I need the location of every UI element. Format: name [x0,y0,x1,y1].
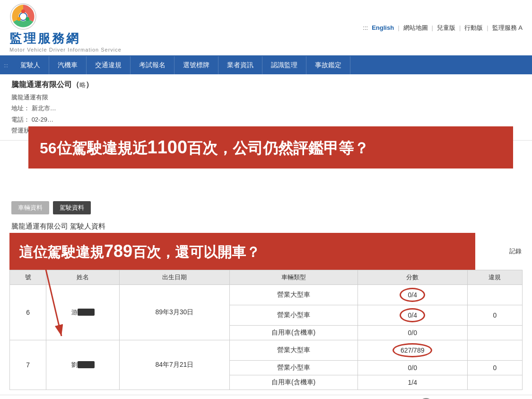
logo-subtitle: Motor Vehicle Driver Information Service [9,47,122,53]
row7-score-3: 1/4 [358,375,467,390]
col-score-header: 分數 [358,270,467,284]
nav-dots-icon: ::: [4,62,8,68]
logo-text-area: 監理服務網 Motor Vehicle Driver Information S… [9,30,122,53]
nav-bar: ::: 駕駛人 汽機車 交通違規 考試報名 選號標牌 業者資訊 認識監理 事故鑑… [0,56,532,74]
row6-score2-circle: 0/4 [400,308,425,322]
table-row: 6 游 89年3月30日 營業大型車 0/4 [10,284,523,305]
row7-birthdate: 84年7月21日 [120,340,229,390]
mobile-link[interactable]: 行動版 [464,24,483,32]
red-banner-1: 56位駕駛違規近1100百次，公司仍然評鑑甲等？ [28,126,513,168]
nav-item-plate[interactable]: 選號標牌 [174,56,218,74]
row6-violations-2: 0 [467,305,522,325]
row6-vtype-3: 自用車(含機車) [229,325,358,340]
row6-score1-circle: 0/4 [400,288,425,302]
row6-vtype-2: 營業小型車 [229,305,358,325]
row7-violations-3 [467,375,522,390]
row6-name: 游 [46,284,120,340]
row7-violations-1 [467,340,522,360]
banner1-text-after: 百次，公司仍然評鑑甲等？ [187,140,369,157]
english-link[interactable]: English [372,24,394,31]
sep1: | [398,24,399,31]
main-content: 騰龍通運有限公司（略） 騰龍通運有限 地址： 新北市… 電話： 02-29… 營… [0,74,532,399]
address-label: 地址： [11,105,30,112]
row6-vtype-1: 營業大型車 [229,284,358,305]
row7-vtype-1: 營業大型車 [229,340,358,360]
sitemap-link[interactable]: 網站地圖 [403,24,428,32]
buttons-row: 車輛資料 駕駛資料 [0,197,532,218]
row6-birthdate: 89年3月30日 [120,284,229,340]
address-value: 新北市 [32,105,50,112]
row7-score1-circle: 627/789 [392,343,433,357]
kids-link[interactable]: 兒童版 [437,24,455,32]
company-full-name: 騰龍通運有限 [11,94,48,101]
nav-item-business[interactable]: 業者資訊 [218,56,262,74]
banner2-number: 789 [104,241,132,261]
phone-value: 02-29 [32,116,47,123]
col-birth-header: 出生日期 [120,270,229,284]
logo-icon [9,3,37,30]
col-num-header: 號 [10,270,46,284]
banner2-text-before: 這位駕駛違規 [19,244,104,260]
vehicle-data-button[interactable]: 車輛資料 [11,201,49,214]
row6-violations-3 [467,325,522,340]
logo-title: 監理服務網 [9,30,122,47]
row7-violations-2: 0 [467,360,522,375]
banner1-text-before: 56位駕駛違規近 [40,140,148,157]
sep4: | [487,24,488,31]
row6-score-1: 0/4 [358,284,467,305]
header-right-links: ::: English | 網站地圖 | 兒童版 | 行動版 | 監理服務 A [363,24,523,32]
banner1-number: 1100 [148,137,188,157]
nav-item-about[interactable]: 認識監理 [262,56,306,74]
col-violations-header: 違規 [467,270,522,284]
row7-name: 劉 [46,340,120,390]
company-header-title: 騰龍通運有限公司（略） [11,80,521,90]
col-name-header: 姓名 [46,270,120,284]
table-row: 7 劉 84年7月21日 營業大型車 627/789 [10,340,523,360]
service-link[interactable]: 監理服務 A [492,24,523,32]
sep3: | [459,24,461,31]
record-label: 記錄 [509,247,522,256]
dots-icon: ::: [363,24,368,31]
table-area: 號 姓名 出生日期 車輛類型 分數 違規 6 游 89年3月30日 營業大型車 … [0,270,532,395]
row6-violations-1 [467,284,522,305]
nav-item-vehicle[interactable]: 汽機車 [49,56,87,74]
driver-data-button[interactable]: 駕駛資料 [53,201,91,214]
row7-score-2: 0/0 [358,360,467,375]
header: 監理服務網 Motor Vehicle Driver Information S… [0,0,532,56]
row6-num: 6 [10,284,46,340]
table-header-row: 號 姓名 出生日期 車輛類型 分數 違規 [10,270,523,284]
red-banner-2-wrapper: 這位駕駛違規789百次，還可以開車？ 記錄 [0,233,532,270]
svg-point-3 [21,9,25,13]
row6-score-2: 0/4 [358,305,467,325]
svg-point-5 [17,17,21,21]
table-footer: 5 立法委員邱臣遠國會辦公室 [0,395,532,399]
driver-table: 號 姓名 出生日期 車輛類型 分數 違規 6 游 89年3月30日 營業大型車 … [9,270,523,390]
section-title: 騰龍通運有限公司 駕駛人資料 [0,218,532,233]
row7-vtype-2: 營業小型車 [229,360,358,375]
nav-item-traffic[interactable]: 交通違規 [87,56,131,74]
svg-point-4 [26,17,29,21]
banner2-text-after: 百次，還可以開車？ [132,244,260,260]
col-vtype-header: 車輛類型 [229,270,358,284]
nav-item-accident[interactable]: 事故鑑定 [306,56,350,74]
phone-label: 電話： [11,116,30,123]
row7-num: 7 [10,340,46,390]
nav-item-driver[interactable]: 駕駛人 [12,56,49,74]
red-banner-2: 這位駕駛違規789百次，還可以開車？ [9,233,475,270]
row6-score-3: 0/0 [358,325,467,340]
row7-score-1: 627/789 [358,340,467,360]
row7-vtype-3: 自用車(含機車) [229,375,358,390]
sep2: | [432,24,433,31]
nav-item-exam[interactable]: 考試報名 [131,56,174,74]
logo-area: 監理服務網 Motor Vehicle Driver Information S… [9,3,122,53]
